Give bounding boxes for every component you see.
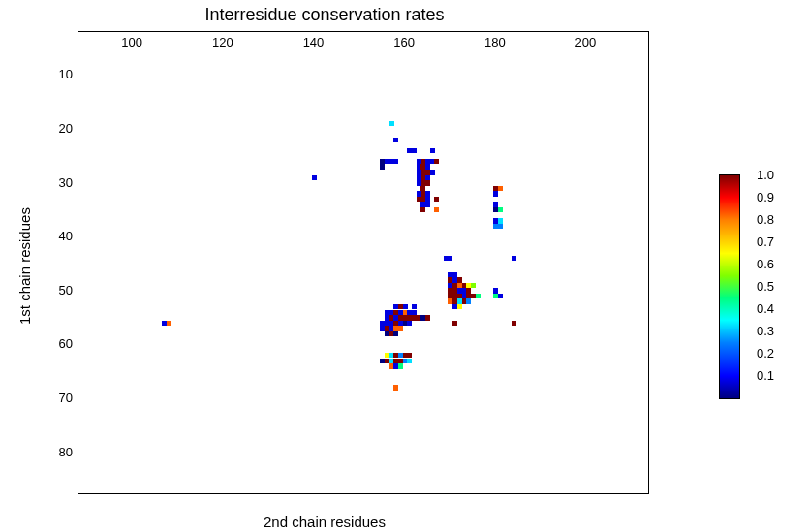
heatmap-cell <box>393 331 398 337</box>
y-tick: 80 <box>53 444 73 458</box>
heatmap-cell <box>398 326 403 331</box>
x-tick: 200 <box>575 35 597 49</box>
colorbar-tick: 0.3 <box>757 324 774 338</box>
heatmap-cell <box>380 359 385 364</box>
colorbar-tick: 1.0 <box>757 168 774 182</box>
colorbar-tick: 0.4 <box>757 301 774 316</box>
heatmap-cell <box>466 298 471 304</box>
heatmap-cell <box>393 138 398 143</box>
heatmap-cell <box>430 170 435 175</box>
heatmap-cell <box>412 148 417 154</box>
heatmap-cell <box>430 148 435 154</box>
heatmap-cell <box>425 202 430 207</box>
x-tick: 120 <box>212 35 233 49</box>
heatmap-cell <box>407 359 412 364</box>
heatmap-cell <box>417 180 421 186</box>
heatmap-cell <box>393 385 398 391</box>
heatmap-cell <box>471 283 476 289</box>
y-tick: 40 <box>53 229 73 243</box>
heatmap-cell <box>512 321 516 327</box>
heatmap-cell <box>398 363 403 369</box>
colorbar-tick: 0.8 <box>757 212 774 227</box>
heatmap-cell <box>498 224 503 230</box>
y-tick: 10 <box>53 67 73 81</box>
heatmap-cell <box>493 191 498 197</box>
heatmap-cell <box>420 207 425 213</box>
x-axis-label: 2nd chain residues <box>0 514 649 530</box>
colorbar-tick: 0.1 <box>757 368 774 383</box>
y-axis-label: 1st chain residues <box>17 0 32 532</box>
x-tick: 100 <box>121 35 142 49</box>
heatmap-cell <box>452 321 457 327</box>
heatmap-cell <box>380 164 385 170</box>
heatmap-cell <box>312 175 317 181</box>
y-tick: 50 <box>53 282 73 297</box>
heatmap-cell <box>498 186 503 192</box>
heatmap-cell <box>380 321 385 327</box>
y-tick: 20 <box>53 121 73 136</box>
heatmap-cell <box>167 321 171 327</box>
heatmap-cell <box>434 197 439 203</box>
y-tick: 30 <box>53 174 73 189</box>
heatmap-cell <box>393 159 398 165</box>
heatmap-chart: Interresidue conservation rates 1st chai… <box>0 0 808 532</box>
heatmap-cell <box>457 304 462 310</box>
heatmap-cell <box>476 294 481 299</box>
colorbar-tick: 0.7 <box>757 235 774 249</box>
heatmap-cell <box>448 256 452 262</box>
heatmap-cell <box>434 159 439 165</box>
heatmap-cell <box>425 180 430 186</box>
colorbar-tick: 0.9 <box>757 190 774 204</box>
x-tick: 160 <box>393 35 415 49</box>
y-tick: 70 <box>53 390 73 404</box>
x-tick: 140 <box>303 35 325 49</box>
colorbar-tick: 0.6 <box>757 257 774 271</box>
plot-area <box>78 31 649 494</box>
heatmap-cell <box>407 321 412 327</box>
heatmap-cell <box>498 294 503 299</box>
colorbar <box>719 174 740 399</box>
heatmap-cell <box>434 207 439 213</box>
x-tick: 180 <box>484 35 506 49</box>
heatmap-cell <box>512 256 516 262</box>
heatmap-cell <box>417 159 421 165</box>
heatmap-cell <box>380 326 385 331</box>
heatmap-cell <box>417 197 421 203</box>
colorbar-tick: 0.5 <box>757 279 774 294</box>
heatmap-cell <box>498 207 503 213</box>
colorbar-tick: 0.2 <box>757 346 774 360</box>
heatmap-cell <box>425 315 430 321</box>
y-tick: 60 <box>53 336 73 351</box>
heatmap-cell <box>389 121 394 127</box>
chart-title: Interresidue conservation rates <box>0 5 649 25</box>
